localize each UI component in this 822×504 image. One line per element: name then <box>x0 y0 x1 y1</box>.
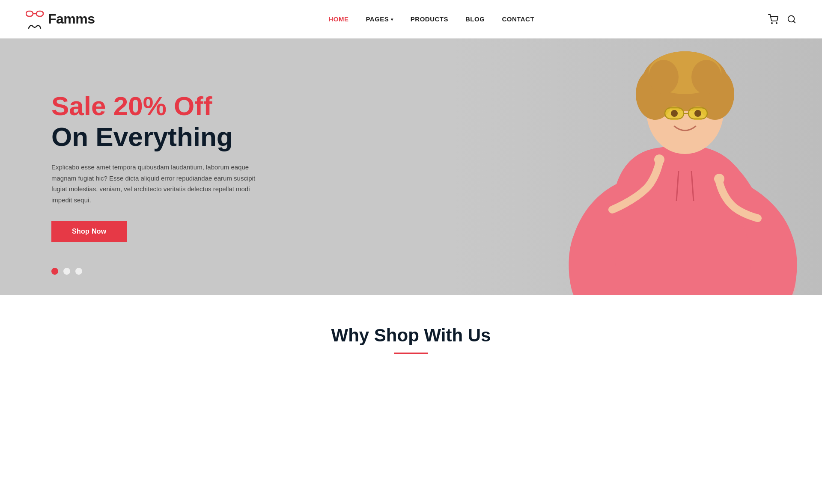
shop-now-button[interactable]: Shop Now <box>51 221 127 242</box>
hero-title-sale: Sale 20% Off <box>51 92 265 121</box>
hero-dot-1[interactable] <box>51 268 58 275</box>
hero-dot-3[interactable] <box>75 268 82 275</box>
nav-icons <box>768 14 796 24</box>
svg-point-26 <box>714 174 724 184</box>
mustache-icon <box>28 22 42 30</box>
svg-point-6 <box>776 23 777 24</box>
svg-point-17 <box>691 60 721 94</box>
hero-title-everything: On Everything <box>51 122 265 151</box>
search-button[interactable] <box>787 15 796 24</box>
nav-home[interactable]: HOME <box>328 15 348 23</box>
why-shop-title: Why Shop With Us <box>26 325 796 346</box>
hero-person-image <box>531 39 822 295</box>
nav-contact[interactable]: CONTACT <box>502 15 534 23</box>
section-title-underline <box>394 353 428 354</box>
svg-rect-0 <box>26 11 33 16</box>
cart-button[interactable] <box>768 14 778 24</box>
brand-name: Famms <box>48 11 95 27</box>
svg-point-25 <box>654 154 664 165</box>
why-shop-section: Why Shop With Us <box>0 295 822 371</box>
hero-description: Explicabo esse amet tempora quibusdam la… <box>51 162 265 205</box>
nav-pages[interactable]: PAGES ▾ <box>366 15 393 23</box>
logo-icon <box>26 8 44 30</box>
search-icon <box>787 15 796 24</box>
nav-blog[interactable]: BLOG <box>465 15 485 23</box>
pages-dropdown-arrow: ▾ <box>391 17 393 22</box>
svg-point-20 <box>671 110 678 117</box>
hero-section: Sale 20% Off On Everything Explicabo ess… <box>0 39 822 295</box>
svg-rect-1 <box>36 11 43 16</box>
main-nav: HOME PAGES ▾ PRODUCTS BLOG CONTACT <box>328 15 534 23</box>
hero-dot-2[interactable] <box>63 268 70 275</box>
svg-point-16 <box>649 60 679 94</box>
logo[interactable]: Famms <box>26 8 95 30</box>
header: Famms HOME PAGES ▾ PRODUCTS BLOG CONTACT <box>0 0 822 39</box>
hero-dots <box>51 268 82 275</box>
nav-products[interactable]: PRODUCTS <box>411 15 448 23</box>
svg-point-5 <box>771 23 772 24</box>
cart-icon <box>768 14 778 24</box>
svg-point-21 <box>694 110 701 117</box>
person-illustration <box>531 39 822 295</box>
svg-line-8 <box>793 21 795 23</box>
hero-content: Sale 20% Off On Everything Explicabo ess… <box>0 92 265 242</box>
glasses-icon <box>26 8 44 20</box>
